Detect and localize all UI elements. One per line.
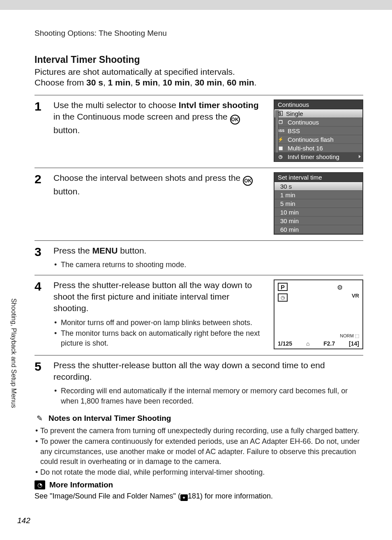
- pencil-icon: ✎: [35, 413, 44, 423]
- mi5: Intvl timer shooting: [288, 153, 339, 160]
- s1d: button.: [53, 125, 80, 135]
- mi1: Continuous: [288, 119, 319, 126]
- s2b: button.: [53, 187, 80, 196]
- step-3: 3 Press the MENU button. The camera retu…: [35, 241, 363, 275]
- gear-icon: ⚙: [337, 284, 343, 291]
- opt-3: 10 min: [163, 78, 190, 87]
- norm-val: NORM: [340, 333, 354, 338]
- opt-2: 5 min: [135, 78, 158, 87]
- menu-word: MENU: [92, 246, 118, 255]
- page-number: 142: [17, 516, 30, 525]
- mi2: BSS: [288, 127, 300, 134]
- ok-button-icon: OK: [230, 115, 240, 125]
- menu-item-continuous: ❐Continuous: [274, 118, 362, 127]
- multi16-icon: ▦: [277, 145, 284, 151]
- opt-4: 30 min: [195, 78, 222, 87]
- step-5-text: Press the shutter-release button all the…: [53, 360, 363, 383]
- page-ref-icon: ✦: [180, 494, 188, 501]
- more-a: See "Image/Sound File and Folder Names" …: [35, 492, 180, 500]
- int-60min: 60 min: [274, 225, 362, 234]
- mode-p-badge: P: [278, 283, 288, 291]
- s5-bullet-1: Recording will end automatically if the …: [53, 386, 363, 406]
- notes-b3: Do not rotate the mode dial, while perfo…: [35, 467, 363, 477]
- s4-bullet-1: Monitor turns off and power-on lamp blin…: [53, 318, 263, 328]
- opt-1: 1 min: [108, 78, 131, 87]
- continuous-menu: Continuous SSingle ❐Continuous BSSBSS ⚡C…: [274, 99, 363, 162]
- aperture: F2.7: [323, 340, 335, 347]
- more-b: ) for more information.: [200, 492, 273, 500]
- s3-bullet-1: The camera returns to shooting mode.: [53, 260, 363, 270]
- notes-title: Notes on Interval Timer Shooting: [48, 414, 171, 423]
- cflash-icon: ⚡: [277, 136, 284, 142]
- side-label: Shooting, Playback and Setup Menus: [10, 298, 17, 408]
- step-2-num: 2: [35, 173, 46, 185]
- continuous-icon: ❐: [277, 119, 284, 125]
- single-icon: S: [277, 111, 283, 116]
- mi3: Continuous flash: [288, 136, 334, 143]
- step-5-num: 5: [35, 360, 46, 373]
- notes-b2: To power the camera continuously for ext…: [35, 436, 363, 466]
- vr-icon: VR: [352, 293, 359, 299]
- more-page: 181: [188, 492, 200, 500]
- choose-line: Choose from 30 s, 1 min, 5 min, 10 min, …: [35, 78, 363, 88]
- step-3-num: 3: [35, 246, 46, 258]
- int-1min: 1 min: [274, 191, 362, 199]
- notes-b1: To prevent the camera from turning off u…: [35, 426, 363, 436]
- step-5: 5 Press the shutter-release button all t…: [35, 355, 363, 410]
- s2a: Choose the interval between shots and pr…: [53, 173, 243, 182]
- step-1: 1 Use the multi selector to choose Intvl…: [35, 95, 363, 168]
- s4-bullet-2: The monitor turns back on automatically …: [53, 328, 263, 348]
- step-4-num: 4: [35, 280, 46, 293]
- s3b: button.: [118, 246, 146, 255]
- memory-icon: ⌂: [306, 340, 309, 347]
- step-2: 2 Choose the interval between shots and …: [35, 168, 363, 240]
- s1c: in the Continuous mode screen and press …: [53, 112, 230, 121]
- s3a: Press the: [53, 246, 92, 255]
- more-info-title: More Information: [49, 480, 113, 489]
- timer-icon: ◷: [278, 293, 288, 302]
- intvl-icon: ◷: [277, 154, 284, 159]
- menu-item-bss: BSSBSS: [274, 127, 362, 135]
- intro-line: Pictures are shot automatically at speci…: [35, 67, 363, 77]
- norm-label: NORM ⬚: [340, 333, 359, 339]
- choose-prefix: Choose from: [35, 78, 86, 87]
- step-3-text: Press the MENU button.: [53, 245, 363, 256]
- s1b: Intvl timer shooting: [179, 100, 259, 110]
- frame-count: [14]: [349, 340, 359, 347]
- more-info-block: ◔ More Information See "Image/Sound File…: [35, 480, 363, 501]
- count-val: 14: [351, 340, 357, 347]
- step-2-text: Choose the interval between shots and pr…: [53, 172, 263, 197]
- step-1-text: Use the multi selector to choose Intvl t…: [53, 99, 263, 136]
- bss-icon: BSS: [277, 128, 284, 134]
- ok-button-icon: OK: [243, 176, 253, 186]
- menu-item-single: SSingle: [274, 109, 362, 118]
- menu-item-intvl: ◷Intvl timer shooting: [274, 152, 362, 161]
- int-30s: 30 s: [274, 182, 362, 191]
- menu-item-multi16: ▦Multi-shot 16: [274, 144, 362, 152]
- more-info-text: See "Image/Sound File and Folder Names" …: [35, 492, 363, 501]
- camera-info-icon: ◔: [35, 480, 45, 489]
- interval-menu-title: Set interval time: [274, 173, 362, 182]
- camera-display: P ◷ ⚙ VR NORM ⬚ 1/125 ⌂ F2.7 [14]: [274, 279, 363, 349]
- mi4: Multi-shot 16: [288, 145, 323, 152]
- step-1-num: 1: [35, 100, 46, 113]
- step-4-text: Press the shutter-release button all the…: [53, 279, 263, 314]
- section-title: Interval Timer Shooting: [35, 54, 363, 65]
- menu-item-cflash: ⚡Continuous flash: [274, 135, 362, 144]
- int-10min: 10 min: [274, 208, 362, 217]
- s1a: Use the multi selector to choose: [53, 100, 179, 110]
- int-5min: 5 min: [274, 199, 362, 208]
- int-30min: 30 min: [274, 217, 362, 225]
- opt-0: 30 s: [86, 78, 103, 87]
- continuous-menu-title: Continuous: [274, 100, 362, 109]
- notes-block: ✎ Notes on Interval Timer Shooting To pr…: [35, 413, 363, 477]
- opt-5: 60 min: [227, 78, 254, 87]
- mi0: Single: [286, 110, 303, 117]
- running-head: Shooting Options: The Shooting Menu: [35, 29, 363, 38]
- interval-menu: Set interval time 30 s 1 min 5 min 10 mi…: [274, 172, 363, 235]
- shutter-speed: 1/125: [278, 340, 292, 347]
- step-4: 4 Press the shutter-release button all t…: [35, 275, 363, 355]
